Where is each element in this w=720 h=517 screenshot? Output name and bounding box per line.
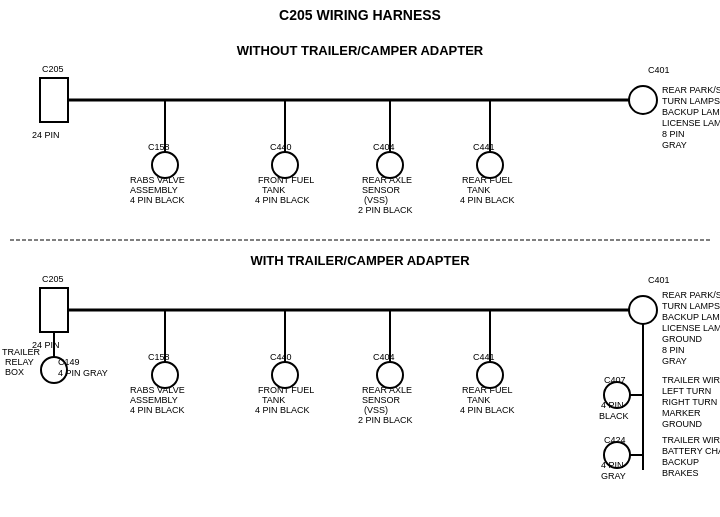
- trailer-relay-2: RELAY: [5, 357, 34, 367]
- c158-bottom-sub2: ASSEMBLY: [130, 395, 178, 405]
- c404-bottom-sub4: 2 PIN BLACK: [358, 415, 413, 425]
- c407-right5: GROUND: [662, 419, 702, 429]
- c424-sublabel2: GRAY: [601, 471, 626, 481]
- c407-label: C407: [604, 375, 626, 385]
- c407-right1: TRAILER WIRES: [662, 375, 720, 385]
- c158-top-sub2: ASSEMBLY: [130, 185, 178, 195]
- c440-bottom-label: C440: [270, 352, 292, 362]
- trailer-relay-3: BOX: [5, 367, 24, 377]
- c440-bottom-sub1: FRONT FUEL: [258, 385, 314, 395]
- c440-top-sub3: 4 PIN BLACK: [255, 195, 310, 205]
- c401-top-right3: BACKUP LAMPS: [662, 107, 720, 117]
- c424-right3: BACKUP: [662, 457, 699, 467]
- c441-top-sub3: 4 PIN BLACK: [460, 195, 515, 205]
- c404-bottom-sub2: SENSOR: [362, 395, 401, 405]
- c158-bottom-label: C158: [148, 352, 170, 362]
- c401-top-sublabel: 8 PIN: [662, 129, 685, 139]
- c441-top-label: C441: [473, 142, 495, 152]
- c205-top-label: C205: [42, 64, 64, 74]
- c440-top-sub2: TANK: [262, 185, 285, 195]
- c158-top-sub3: 4 PIN BLACK: [130, 195, 185, 205]
- c205-bottom-label: C205: [42, 274, 64, 284]
- c401-bottom-sublabel: 8 PIN: [662, 345, 685, 355]
- c205-top-sublabel: 24 PIN: [32, 130, 60, 140]
- c440-bottom-sub2: TANK: [262, 395, 285, 405]
- c407-right3: RIGHT TURN: [662, 397, 717, 407]
- c401-bottom-label: C401: [648, 275, 670, 285]
- section1-label: WITHOUT TRAILER/CAMPER ADAPTER: [237, 43, 484, 58]
- c158-top-sub1: RABS VALVE: [130, 175, 185, 185]
- c440-top-label: C440: [270, 142, 292, 152]
- c158-bottom-sub1: RABS VALVE: [130, 385, 185, 395]
- c401-top-label: C401: [648, 65, 670, 75]
- c401-top-gray: GRAY: [662, 140, 687, 150]
- c407-sublabel2: BLACK: [599, 411, 629, 421]
- c441-bottom-sub3: 4 PIN BLACK: [460, 405, 515, 415]
- c441-bottom-sub1: REAR FUEL: [462, 385, 513, 395]
- c424-right1: TRAILER WIRES: [662, 435, 720, 445]
- c441-bottom-sub2: TANK: [467, 395, 490, 405]
- c407-sublabel1: 4 PIN: [601, 400, 624, 410]
- c404-top-sub1: REAR AXLE: [362, 175, 412, 185]
- c401-top-right4: LICENSE LAMPS: [662, 118, 720, 128]
- c407-right2: LEFT TURN: [662, 386, 711, 396]
- c205-top-connector: [40, 78, 68, 122]
- c404-top-sub3: (VSS): [364, 195, 388, 205]
- section2-label: WITH TRAILER/CAMPER ADAPTER: [250, 253, 470, 268]
- c441-top-sub1: REAR FUEL: [462, 175, 513, 185]
- c401-bottom-gray: GRAY: [662, 356, 687, 366]
- c401-top-connector: [629, 86, 657, 114]
- c401-top-right2: TURN LAMPS: [662, 96, 720, 106]
- c424-label: C424: [604, 435, 626, 445]
- c401-top-right1: REAR PARK/STOP: [662, 85, 720, 95]
- diagram-title: C205 WIRING HARNESS: [279, 7, 441, 23]
- c441-bottom-label: C441: [473, 352, 495, 362]
- c404-top-sub2: SENSOR: [362, 185, 401, 195]
- c404-top-label: C404: [373, 142, 395, 152]
- c407-right4: MARKER: [662, 408, 701, 418]
- wiring-diagram: C205 WIRING HARNESS WITHOUT TRAILER/CAMP…: [0, 0, 720, 517]
- c401-bottom-right1: REAR PARK/STOP: [662, 290, 720, 300]
- c424-sublabel1: 4 PIN: [601, 460, 624, 470]
- c401-bottom-right2: TURN LAMPS: [662, 301, 720, 311]
- c158-top-label: C158: [148, 142, 170, 152]
- c401-bottom-right3: BACKUP LAMPS: [662, 312, 720, 322]
- c404-bottom-sub3: (VSS): [364, 405, 388, 415]
- c401-bottom-right5: GROUND: [662, 334, 702, 344]
- trailer-relay-1: TRAILER: [2, 347, 41, 357]
- c404-top-sub4: 2 PIN BLACK: [358, 205, 413, 215]
- c424-right2: BATTERY CHARGE: [662, 446, 720, 456]
- c401-bottom-connector: [629, 296, 657, 324]
- c205-bottom-connector: [40, 288, 68, 332]
- c404-bottom-sub1: REAR AXLE: [362, 385, 412, 395]
- c424-right4: BRAKES: [662, 468, 699, 478]
- c440-bottom-sub3: 4 PIN BLACK: [255, 405, 310, 415]
- c401-bottom-right4: LICENSE LAMPS: [662, 323, 720, 333]
- c440-top-sub1: FRONT FUEL: [258, 175, 314, 185]
- c149-label: C149: [58, 357, 80, 367]
- c404-bottom-label: C404: [373, 352, 395, 362]
- c441-top-sub2: TANK: [467, 185, 490, 195]
- c158-bottom-sub3: 4 PIN BLACK: [130, 405, 185, 415]
- c149-sublabel: 4 PIN GRAY: [58, 368, 108, 378]
